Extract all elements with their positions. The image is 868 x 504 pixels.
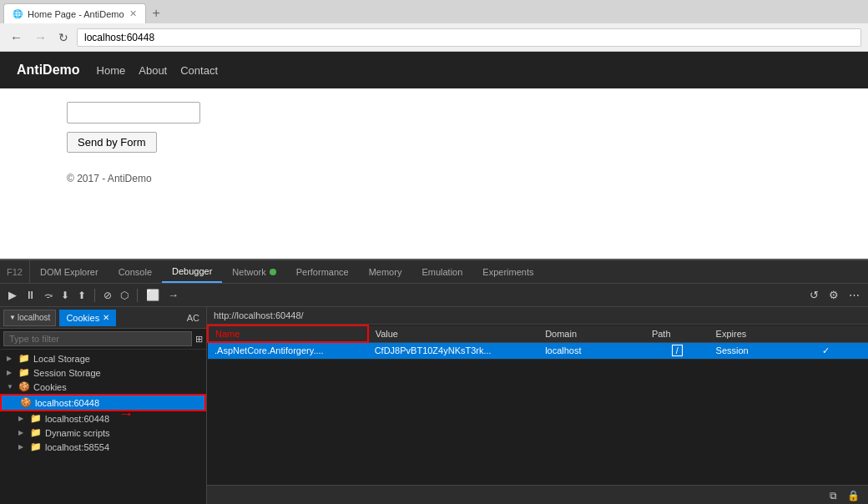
copy-button[interactable]: ⧉ xyxy=(826,488,840,503)
cookie-check: ✓ xyxy=(815,342,842,359)
filter-row: ⊞ xyxy=(0,329,206,350)
cookies-tab-button[interactable]: Cookies ✕ xyxy=(59,310,116,326)
address-input[interactable] xyxy=(77,28,861,47)
devtools-toolbar: ▶ ⏸ ⤼ ⬇ ⬆ ⊘ ⬡ ⬜ → ↺ ⚙ ⋯ xyxy=(0,284,868,307)
tab-performance[interactable]: Performance xyxy=(286,260,359,283)
cookies-tree-label: Cookies xyxy=(33,382,67,392)
navbar-links: Home About Contact xyxy=(97,64,218,77)
page-body: Send by Form © 2017 - AntiDemo xyxy=(0,88,868,198)
refresh-devtools-button[interactable]: ↺ xyxy=(806,287,822,303)
tree-item-dynamic-scripts[interactable]: ▶ 📁 Dynamic scripts xyxy=(0,426,206,440)
devtools-panel-area: ▼ localhost Cookies ✕ AC ⊞ ▶ 📁 Loc xyxy=(0,307,868,504)
forward-button[interactable]: → xyxy=(31,28,50,46)
local-storage-label: Local Storage xyxy=(33,354,90,364)
cookie-row-1: .AspNetCore.Antiforgery.... CfDJ8PvBT10Z… xyxy=(208,342,868,359)
bottom-actions: ⧉ 🔒 xyxy=(207,485,868,504)
lock-button[interactable]: 🔒 xyxy=(844,488,863,503)
tab-favicon: 🌐 xyxy=(13,9,23,18)
toolbar-separator-1 xyxy=(94,289,95,302)
nav-contact[interactable]: Contact xyxy=(180,64,218,77)
filter-options-button[interactable]: ⊞ xyxy=(195,334,203,345)
col-domain: Domain xyxy=(538,325,645,342)
footer-text: © 2017 - AntiDemo xyxy=(67,173,801,184)
tab-network[interactable]: Network xyxy=(222,260,285,283)
nav-about[interactable]: About xyxy=(139,64,167,77)
exceptions-button[interactable]: ⬡ xyxy=(117,288,132,303)
ac-label: AC xyxy=(184,313,203,323)
tab-console[interactable]: Console xyxy=(108,260,162,283)
step-into-button[interactable]: ⬇ xyxy=(58,288,73,303)
session-storage-icon: 📁 xyxy=(18,367,30,378)
source-dropdown-icon: ▼ xyxy=(9,314,16,321)
play-button[interactable]: ▶ xyxy=(5,287,20,303)
local-storage-icon: 📁 xyxy=(18,353,30,364)
filter-input[interactable] xyxy=(3,331,192,346)
cookie-expires: Session xyxy=(709,342,816,359)
cookie-name: .AspNetCore.Antiforgery.... xyxy=(208,342,368,359)
session-storage-arrow: ▶ xyxy=(7,369,15,376)
cookie-lock xyxy=(842,342,868,359)
more-options-button[interactable]: ⋯ xyxy=(845,287,863,303)
tab-debugger[interactable]: Debugger xyxy=(162,260,222,283)
col-action2 xyxy=(842,325,868,342)
settings-button[interactable]: ⚙ xyxy=(825,287,842,303)
pause-button[interactable]: ⏸ xyxy=(22,287,39,303)
new-tab-button[interactable]: + xyxy=(148,3,165,23)
localhost-selected-icon: 🍪 xyxy=(20,397,32,408)
tab-close-icon[interactable]: ✕ xyxy=(129,8,137,19)
session-storage-label: Session Storage xyxy=(33,368,101,378)
tab-memory[interactable]: Memory xyxy=(359,260,412,283)
localhost58554-arrow: ▶ xyxy=(18,443,27,451)
cookies-arrow: ▼ xyxy=(7,383,15,391)
cookies-close-icon[interactable]: ✕ xyxy=(103,313,109,322)
active-tab[interactable]: 🌐 Home Page - AntiDemo ✕ xyxy=(3,3,146,23)
tree-item-localhost-60448-selected[interactable]: 🍪 localhost:60448 xyxy=(0,394,206,411)
dom-breakpoints-button[interactable]: ⬜ xyxy=(143,287,163,303)
url-bar: http://localhost:60448/ xyxy=(207,307,868,325)
col-expires: Expires xyxy=(709,325,816,342)
refresh-button[interactable]: ↻ xyxy=(55,29,72,46)
tree-panel: ▶ 📁 Local Storage ▶ 📁 Session Storage ▼ … xyxy=(0,350,206,504)
col-action1 xyxy=(815,325,842,342)
event-listeners-button[interactable]: → xyxy=(164,287,182,303)
panel-header: ▼ localhost Cookies ✕ AC xyxy=(0,307,206,329)
tab-title: Home Page - AntiDemo xyxy=(28,9,124,19)
step-out-button[interactable]: ⬆ xyxy=(74,288,89,303)
cookie-domain: localhost xyxy=(538,342,645,359)
localhost2-icon: 📁 xyxy=(30,413,42,424)
dynamic-scripts-icon: 📁 xyxy=(30,427,42,438)
col-name: Name xyxy=(208,325,368,342)
breakpoints-button[interactable]: ⊘ xyxy=(100,288,115,303)
cookie-value: CfDJ8PvBT10Z4yNKsT3rk... xyxy=(368,342,538,359)
table-container: Name Value Domain Path Expires .AspNetCo… xyxy=(207,325,868,485)
tree-item-local-storage[interactable]: ▶ 📁 Local Storage xyxy=(0,351,206,365)
tree-item-session-storage[interactable]: ▶ 📁 Session Storage xyxy=(0,365,206,380)
source-tab-button[interactable]: ▼ localhost xyxy=(3,310,56,326)
dynamic-scripts-label: Dynamic scripts xyxy=(45,428,110,438)
tree-item-localhost-60448-2[interactable]: ▶ 📁 localhost:60448 xyxy=(0,411,206,426)
tab-bar: 🌐 Home Page - AntiDemo ✕ + xyxy=(0,0,868,23)
localhost2-arrow: ▶ xyxy=(18,415,27,422)
back-button[interactable]: ← xyxy=(7,28,26,46)
col-value: Value xyxy=(368,325,538,342)
nav-home[interactable]: Home xyxy=(97,64,126,77)
url-text: http://localhost:60448/ xyxy=(214,310,304,320)
path-value-badge: / xyxy=(672,345,683,356)
tab-dom-explorer[interactable]: DOM Explorer xyxy=(30,260,108,283)
form-text-input[interactable] xyxy=(67,102,200,123)
navbar-brand: AntiDemo xyxy=(17,63,80,78)
localhost-selected-label: localhost:60448 xyxy=(35,398,99,408)
tab-experiments[interactable]: Experiments xyxy=(472,260,543,283)
localhost58554-icon: 📁 xyxy=(30,441,42,452)
page-content: AntiDemo Home About Contact Send by Form… xyxy=(0,52,868,259)
record-indicator xyxy=(270,269,276,275)
step-over-button[interactable]: ⤼ xyxy=(41,288,56,303)
cookies-table: Name Value Domain Path Expires .AspNetCo… xyxy=(207,325,868,360)
dynamic-scripts-arrow: ▶ xyxy=(18,429,27,436)
local-storage-arrow: ▶ xyxy=(7,355,15,362)
toolbar-separator-2 xyxy=(137,289,138,302)
tree-item-cookies[interactable]: ▼ 🍪 Cookies xyxy=(0,380,206,394)
tab-emulation[interactable]: Emulation xyxy=(411,260,472,283)
send-by-form-button[interactable]: Send by Form xyxy=(67,132,157,153)
tree-item-localhost-58554[interactable]: ▶ 📁 localhost:58554 xyxy=(0,440,206,454)
